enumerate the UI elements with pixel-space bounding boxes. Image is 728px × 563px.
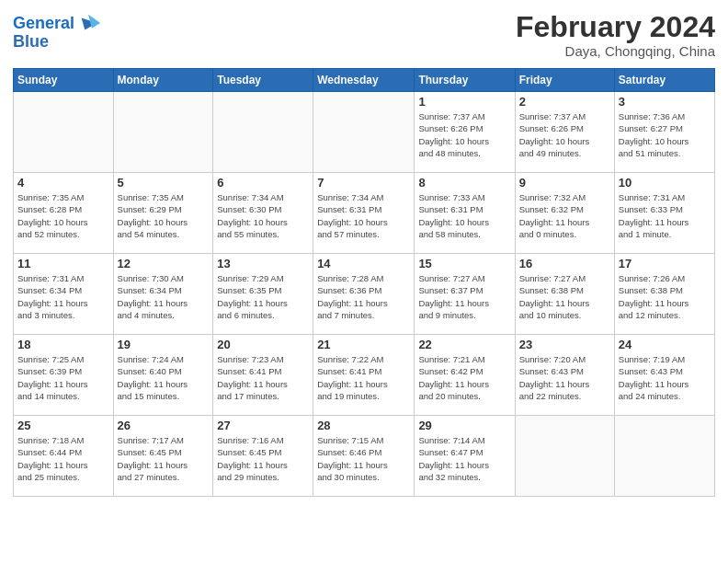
calendar-cell: 4Sunrise: 7:35 AMSunset: 6:28 PMDaylight… — [14, 173, 114, 254]
day-number: 17 — [619, 257, 711, 270]
calendar-cell: 15Sunrise: 7:27 AMSunset: 6:37 PMDayligh… — [415, 254, 515, 335]
day-number: 23 — [519, 338, 610, 351]
calendar-cell: 18Sunrise: 7:25 AMSunset: 6:39 PMDayligh… — [14, 335, 114, 416]
calendar-week-1: 4Sunrise: 7:35 AMSunset: 6:28 PMDaylight… — [14, 173, 715, 254]
calendar-cell: 23Sunrise: 7:20 AMSunset: 6:43 PMDayligh… — [515, 335, 614, 416]
day-number: 5 — [118, 176, 210, 190]
weekday-header-sunday: Sunday — [14, 69, 114, 92]
day-number: 18 — [17, 338, 109, 351]
day-info: Sunrise: 7:23 AMSunset: 6:41 PMDaylight:… — [217, 353, 309, 402]
day-info: Sunrise: 7:20 AMSunset: 6:43 PMDaylight:… — [519, 353, 610, 402]
calendar-table: SundayMondayTuesdayWednesdayThursdayFrid… — [13, 68, 715, 497]
day-number: 26 — [118, 419, 210, 432]
day-info: Sunrise: 7:32 AMSunset: 6:32 PMDaylight:… — [519, 191, 610, 240]
day-number: 22 — [418, 338, 510, 351]
calendar-cell — [515, 416, 614, 497]
calendar-title: February 2024 — [516, 11, 715, 43]
day-info: Sunrise: 7:21 AMSunset: 6:42 PMDaylight:… — [418, 353, 510, 402]
calendar-cell: 27Sunrise: 7:16 AMSunset: 6:45 PMDayligh… — [213, 416, 313, 497]
calendar-cell: 2Sunrise: 7:37 AMSunset: 6:26 PMDaylight… — [515, 92, 614, 173]
calendar-cell — [113, 92, 213, 173]
day-info: Sunrise: 7:36 AMSunset: 6:27 PMDaylight:… — [619, 110, 711, 159]
calendar-cell — [213, 92, 313, 173]
calendar-cell: 26Sunrise: 7:17 AMSunset: 6:45 PMDayligh… — [113, 416, 213, 497]
calendar-cell: 13Sunrise: 7:29 AMSunset: 6:35 PMDayligh… — [213, 254, 313, 335]
day-info: Sunrise: 7:31 AMSunset: 6:33 PMDaylight:… — [619, 191, 711, 240]
day-number: 25 — [17, 419, 109, 432]
calendar-cell: 28Sunrise: 7:15 AMSunset: 6:46 PMDayligh… — [313, 416, 415, 497]
day-info: Sunrise: 7:22 AMSunset: 6:41 PMDaylight:… — [317, 353, 410, 402]
calendar-cell: 20Sunrise: 7:23 AMSunset: 6:41 PMDayligh… — [213, 335, 313, 416]
logo: General Blue — [13, 11, 102, 52]
day-info: Sunrise: 7:28 AMSunset: 6:36 PMDaylight:… — [317, 272, 410, 321]
day-number: 28 — [317, 419, 410, 432]
weekday-header-row: SundayMondayTuesdayWednesdayThursdayFrid… — [14, 69, 715, 92]
day-info: Sunrise: 7:30 AMSunset: 6:34 PMDaylight:… — [118, 272, 210, 321]
calendar-cell: 21Sunrise: 7:22 AMSunset: 6:41 PMDayligh… — [313, 335, 415, 416]
day-number: 3 — [619, 95, 711, 109]
calendar-cell: 16Sunrise: 7:27 AMSunset: 6:38 PMDayligh… — [515, 254, 614, 335]
day-number: 1 — [418, 95, 510, 109]
day-info: Sunrise: 7:14 AMSunset: 6:47 PMDaylight:… — [418, 434, 510, 483]
calendar-cell — [313, 92, 415, 173]
calendar-cell: 12Sunrise: 7:30 AMSunset: 6:34 PMDayligh… — [113, 254, 213, 335]
day-info: Sunrise: 7:34 AMSunset: 6:30 PMDaylight:… — [217, 191, 309, 240]
day-info: Sunrise: 7:34 AMSunset: 6:31 PMDaylight:… — [317, 191, 410, 240]
calendar-cell — [14, 92, 114, 173]
day-number: 16 — [519, 257, 610, 270]
day-info: Sunrise: 7:29 AMSunset: 6:35 PMDaylight:… — [217, 272, 309, 321]
weekday-header-tuesday: Tuesday — [213, 69, 313, 92]
calendar-cell: 25Sunrise: 7:18 AMSunset: 6:44 PMDayligh… — [14, 416, 114, 497]
day-number: 7 — [317, 176, 410, 190]
day-number: 24 — [619, 338, 711, 351]
calendar-cell — [614, 416, 714, 497]
day-info: Sunrise: 7:35 AMSunset: 6:29 PMDaylight:… — [118, 191, 210, 240]
page: General Blue February 2024 Daya, Chongqi… — [0, 0, 728, 563]
logo-text: General — [13, 15, 74, 33]
day-number: 20 — [217, 338, 309, 351]
calendar-cell: 1Sunrise: 7:37 AMSunset: 6:26 PMDaylight… — [415, 92, 515, 173]
calendar-week-0: 1Sunrise: 7:37 AMSunset: 6:26 PMDaylight… — [14, 92, 715, 173]
calendar-cell: 8Sunrise: 7:33 AMSunset: 6:31 PMDaylight… — [415, 173, 515, 254]
logo-icon — [76, 11, 102, 37]
weekday-header-monday: Monday — [113, 69, 213, 92]
day-number: 4 — [17, 176, 109, 190]
day-info: Sunrise: 7:37 AMSunset: 6:26 PMDaylight:… — [418, 110, 510, 159]
day-info: Sunrise: 7:37 AMSunset: 6:26 PMDaylight:… — [519, 110, 610, 159]
day-info: Sunrise: 7:15 AMSunset: 6:46 PMDaylight:… — [317, 434, 410, 483]
day-info: Sunrise: 7:18 AMSunset: 6:44 PMDaylight:… — [17, 434, 109, 483]
calendar-cell: 22Sunrise: 7:21 AMSunset: 6:42 PMDayligh… — [415, 335, 515, 416]
day-number: 29 — [418, 419, 510, 432]
day-number: 11 — [17, 257, 109, 270]
day-info: Sunrise: 7:24 AMSunset: 6:40 PMDaylight:… — [118, 353, 210, 402]
header: General Blue February 2024 Daya, Chongqi… — [13, 11, 715, 59]
day-info: Sunrise: 7:16 AMSunset: 6:45 PMDaylight:… — [217, 434, 309, 483]
calendar-week-2: 11Sunrise: 7:31 AMSunset: 6:34 PMDayligh… — [14, 254, 715, 335]
calendar-cell: 29Sunrise: 7:14 AMSunset: 6:47 PMDayligh… — [415, 416, 515, 497]
calendar-week-4: 25Sunrise: 7:18 AMSunset: 6:44 PMDayligh… — [14, 416, 715, 497]
day-number: 6 — [217, 176, 309, 190]
calendar-cell: 24Sunrise: 7:19 AMSunset: 6:43 PMDayligh… — [614, 335, 714, 416]
weekday-header-wednesday: Wednesday — [313, 69, 415, 92]
calendar-week-3: 18Sunrise: 7:25 AMSunset: 6:39 PMDayligh… — [14, 335, 715, 416]
day-number: 21 — [317, 338, 410, 351]
weekday-header-thursday: Thursday — [415, 69, 515, 92]
calendar-cell: 14Sunrise: 7:28 AMSunset: 6:36 PMDayligh… — [313, 254, 415, 335]
day-info: Sunrise: 7:31 AMSunset: 6:34 PMDaylight:… — [17, 272, 109, 321]
day-number: 13 — [217, 257, 309, 270]
calendar-cell: 17Sunrise: 7:26 AMSunset: 6:38 PMDayligh… — [614, 254, 714, 335]
day-info: Sunrise: 7:27 AMSunset: 6:37 PMDaylight:… — [418, 272, 510, 321]
day-number: 8 — [418, 176, 510, 190]
weekday-header-saturday: Saturday — [614, 69, 714, 92]
day-number: 14 — [317, 257, 410, 270]
calendar-cell: 6Sunrise: 7:34 AMSunset: 6:30 PMDaylight… — [213, 173, 313, 254]
calendar-cell: 3Sunrise: 7:36 AMSunset: 6:27 PMDaylight… — [614, 92, 714, 173]
calendar-cell: 5Sunrise: 7:35 AMSunset: 6:29 PMDaylight… — [113, 173, 213, 254]
day-number: 19 — [118, 338, 210, 351]
day-info: Sunrise: 7:27 AMSunset: 6:38 PMDaylight:… — [519, 272, 610, 321]
day-info: Sunrise: 7:19 AMSunset: 6:43 PMDaylight:… — [619, 353, 711, 402]
day-number: 15 — [418, 257, 510, 270]
calendar-cell: 10Sunrise: 7:31 AMSunset: 6:33 PMDayligh… — [614, 173, 714, 254]
title-block: February 2024 Daya, Chongqing, China — [516, 11, 715, 59]
day-number: 12 — [118, 257, 210, 270]
